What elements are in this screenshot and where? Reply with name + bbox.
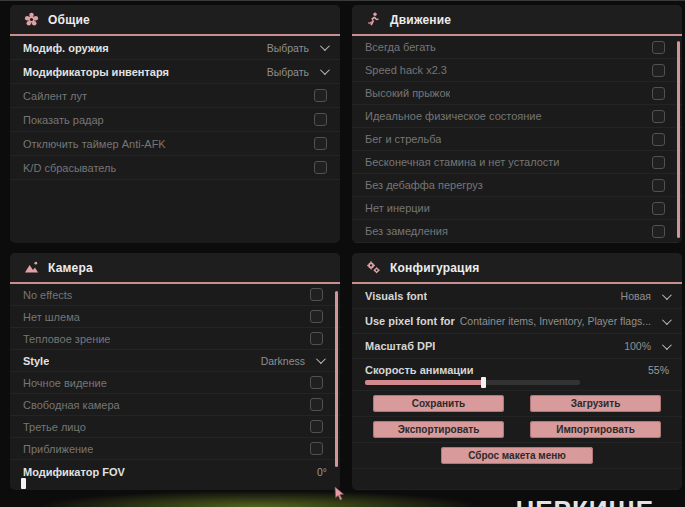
export-button[interactable]: Экспортировать <box>373 421 504 438</box>
checkbox[interactable] <box>652 110 665 123</box>
fov-slider-track[interactable] <box>23 481 323 485</box>
setting-label: Без замедления <box>365 225 448 237</box>
save-button[interactable]: Сохранить <box>373 395 504 412</box>
flower-gear-icon <box>24 12 39 27</box>
setting-row[interactable]: Use pixel font for Container items, Inve… <box>352 309 682 334</box>
slider-track[interactable] <box>365 380 580 385</box>
dropdown[interactable]: Выбрать <box>267 42 327 54</box>
fov-slider-handle[interactable] <box>21 478 26 489</box>
empty-row <box>352 469 682 490</box>
checkbox[interactable] <box>310 288 323 301</box>
setting-row[interactable]: Модиф. оружия Выбрать <box>10 36 340 60</box>
setting-row[interactable]: Сайлент лут <box>10 84 340 108</box>
dropdown[interactable]: Выбрать <box>267 66 327 78</box>
checkbox[interactable] <box>314 89 327 102</box>
slider-fill <box>365 380 483 385</box>
checkbox[interactable] <box>314 137 327 150</box>
setting-row[interactable]: Приближение <box>10 438 340 460</box>
setting-label: Модиф. оружия <box>23 42 109 54</box>
setting-row[interactable]: Идеальное физическое состояние <box>352 105 682 128</box>
setting-row[interactable]: Всегда бегать <box>352 36 682 59</box>
dropdown[interactable]: 100% <box>624 340 669 352</box>
setting-row[interactable]: Третье лицо <box>10 416 340 438</box>
image-icon <box>24 260 39 275</box>
setting-row[interactable]: Style Darkness <box>10 350 340 372</box>
dropdown[interactable]: Darkness <box>261 355 323 367</box>
setting-row[interactable]: Показать радар <box>10 108 340 132</box>
mouse-cursor <box>334 486 345 501</box>
setting-label: Use pixel font for <box>365 315 455 327</box>
checkbox[interactable] <box>310 420 323 433</box>
checkbox[interactable] <box>652 41 665 54</box>
panel-title: Движение <box>390 13 451 27</box>
setting-row[interactable]: Нет шлема <box>10 306 340 328</box>
setting-row[interactable]: Бесконечная стамина и нет усталости <box>352 151 682 174</box>
setting-row[interactable]: Без замедления <box>352 220 682 243</box>
setting-label: Style <box>23 355 49 367</box>
panel-config: Конфигурация Visuals font Новая Use pixe… <box>352 253 682 490</box>
checkbox[interactable] <box>310 376 323 389</box>
load-button[interactable]: Загрузить <box>530 395 661 412</box>
chevron-down-icon <box>316 354 326 364</box>
chevron-down-icon <box>662 315 672 325</box>
reset-menu-layout-button[interactable]: Сброс макета меню <box>441 447 593 464</box>
panel-general: Общие Модиф. оружия Выбрать Модификаторы… <box>10 5 340 243</box>
panel-title: Конфигурация <box>390 261 479 275</box>
setting-row[interactable]: Speed hack x2.3 <box>352 59 682 82</box>
setting-label: Показать радар <box>23 114 104 126</box>
checkbox[interactable] <box>310 310 323 323</box>
setting-label: Приближение <box>23 443 93 455</box>
checkbox[interactable] <box>652 87 665 100</box>
setting-row[interactable]: Масштаб DPI 100% <box>352 334 682 359</box>
chevron-down-icon <box>320 41 330 51</box>
setting-row[interactable]: Ночное видение <box>10 372 340 394</box>
scrollbar[interactable] <box>677 41 680 238</box>
animation-speed-slider-row[interactable]: Скорость анимации 55% <box>352 359 682 391</box>
setting-label: Свободная камера <box>23 399 120 411</box>
dropdown-value: Выбрать <box>267 42 309 54</box>
setting-row[interactable]: K/D сбрасыватель <box>10 156 340 180</box>
checkbox[interactable] <box>652 133 665 146</box>
setting-label: Speed hack x2.3 <box>365 64 447 76</box>
fov-slider-row[interactable]: Модификатор FOV 0° <box>10 460 340 490</box>
game-background-glow <box>40 491 480 507</box>
checkbox[interactable] <box>310 442 323 455</box>
scrollbar[interactable] <box>335 291 338 467</box>
panel-camera-rows: No effects Нет шлема Тепловое зрение Sty… <box>10 284 340 490</box>
setting-row[interactable]: Бег и стрельба <box>352 128 682 151</box>
setting-row[interactable]: Отключить таймер Anti-AFK <box>10 132 340 156</box>
checkbox[interactable] <box>652 225 665 238</box>
checkbox[interactable] <box>652 179 665 192</box>
slider-handle[interactable] <box>481 377 486 388</box>
dropdown-value: Новая <box>621 290 651 302</box>
setting-row[interactable]: Свободная камера <box>10 394 340 416</box>
dropdown[interactable]: Container items, Inventory, Player flags… <box>460 315 669 327</box>
setting-row[interactable]: Без дебаффа перегруз <box>352 174 682 197</box>
gears-icon <box>366 260 381 275</box>
fov-slider-value: 0° <box>317 466 327 478</box>
panel-camera-header: Камера <box>10 253 340 284</box>
panel-config-rows: Visuals font Новая Use pixel font for Co… <box>352 284 682 490</box>
setting-row[interactable]: No effects <box>10 284 340 306</box>
checkbox[interactable] <box>652 64 665 77</box>
setting-label: Нет инерции <box>365 202 430 214</box>
checkbox[interactable] <box>310 332 323 345</box>
button-row: Сброс макета меню <box>352 443 682 469</box>
import-button[interactable]: Импортировать <box>530 421 661 438</box>
panel-movement-rows: Всегда бегать Speed hack x2.3 Высокий пр… <box>352 36 682 243</box>
button-row: Экспортировать Импортировать <box>352 417 682 443</box>
setting-label: Отключить таймер Anti-AFK <box>23 138 166 150</box>
setting-label: No effects <box>23 289 72 301</box>
checkbox[interactable] <box>652 202 665 215</box>
setting-row[interactable]: Модификаторы инвентаря Выбрать <box>10 60 340 84</box>
dropdown-value: Выбрать <box>267 66 309 78</box>
setting-row[interactable]: Visuals font Новая <box>352 284 682 309</box>
checkbox[interactable] <box>314 161 327 174</box>
checkbox[interactable] <box>652 156 665 169</box>
dropdown[interactable]: Новая <box>621 290 669 302</box>
setting-row[interactable]: Высокий прыжок <box>352 82 682 105</box>
setting-row[interactable]: Тепловое зрение <box>10 328 340 350</box>
setting-row[interactable]: Нет инерции <box>352 197 682 220</box>
checkbox[interactable] <box>314 113 327 126</box>
checkbox[interactable] <box>310 398 323 411</box>
